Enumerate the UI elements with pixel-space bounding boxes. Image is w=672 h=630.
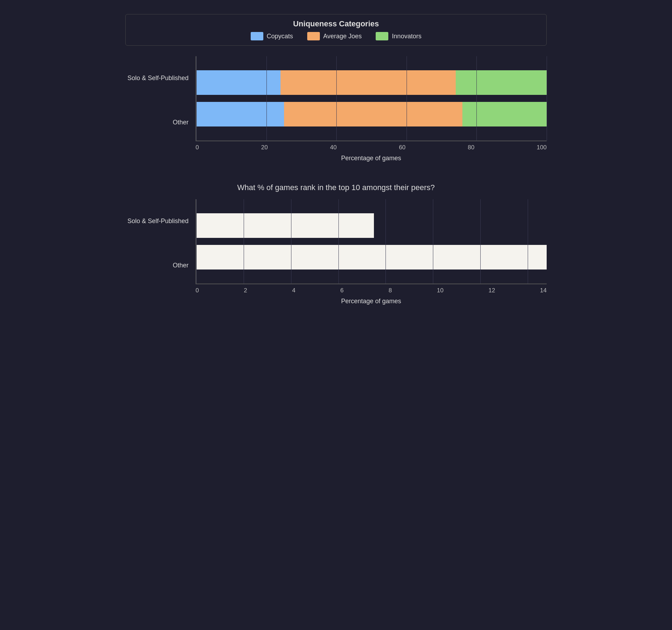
legend-swatch [251, 32, 263, 40]
bar-row [196, 241, 547, 273]
bar-segment [462, 102, 547, 126]
y-label: Solo & Self-Published [127, 217, 189, 225]
grid-line [547, 56, 547, 141]
chart1-area: Solo & Self-PublishedOther 020406080100 … [125, 56, 547, 162]
y-label: Other [173, 261, 189, 269]
chart2-container: What % of games rank in the top 10 among… [125, 183, 547, 305]
chart1-bars-wrapper [196, 56, 547, 141]
x-tick: 2 [244, 287, 247, 294]
chart1-bars [196, 60, 547, 137]
bar-segment [284, 102, 463, 126]
chart1-x-label: Percentage of games [196, 155, 547, 162]
chart2-x-label: Percentage of games [196, 298, 547, 305]
x-tick: 10 [437, 287, 443, 294]
bar-row [196, 210, 547, 241]
x-tick: 12 [488, 287, 495, 294]
x-tick: 4 [292, 287, 295, 294]
legend-label: Copycats [267, 33, 293, 40]
x-tick: 40 [330, 144, 337, 151]
x-tick: 8 [389, 287, 392, 294]
legend-item: Average Joes [307, 32, 362, 40]
legend-swatch [307, 32, 320, 40]
stacked-bar [196, 70, 547, 95]
bar-segment [456, 70, 547, 95]
x-tick: 20 [261, 144, 268, 151]
legend-title: Uniqueness Categories [293, 19, 379, 28]
x-tick: 60 [399, 144, 406, 151]
bar-segment [281, 70, 456, 95]
chart2-title: What % of games rank in the top 10 among… [125, 183, 547, 192]
x-tick: 0 [196, 144, 199, 151]
chart2-bars [196, 203, 547, 280]
chart1-legend: Uniqueness Categories Copycats Average J… [125, 14, 547, 46]
chart1-plot: 020406080100 Percentage of games [196, 56, 547, 162]
legend-item: Copycats [251, 32, 293, 40]
chart2-y-labels: Solo & Self-PublishedOther [125, 199, 196, 305]
chart2-plot: 02468101214 Percentage of games [196, 199, 547, 305]
stacked-bar [196, 213, 547, 238]
y-label: Other [173, 118, 189, 126]
chart2-area: Solo & Self-PublishedOther 02468101214 P… [125, 199, 547, 305]
chart1-y-labels: Solo & Self-PublishedOther [125, 56, 196, 162]
chart1-container: Uniqueness Categories Copycats Average J… [125, 14, 547, 162]
bar-segment [196, 102, 284, 126]
legend-swatch [376, 32, 388, 40]
bar-segment-white [196, 213, 374, 238]
stacked-bar [196, 245, 547, 269]
chart2-bars-wrapper [196, 199, 547, 284]
x-tick: 0 [196, 287, 199, 294]
bar-segment [196, 70, 281, 95]
chart1-x-axis: 020406080100 [196, 141, 547, 151]
legend-label: Innovators [392, 33, 421, 40]
stacked-bar [196, 102, 547, 126]
x-tick: 6 [340, 287, 343, 294]
legend-label: Average Joes [323, 33, 362, 40]
bar-row [196, 98, 547, 130]
chart2-x-axis: 02468101214 [196, 284, 547, 294]
y-label: Solo & Self-Published [127, 74, 189, 82]
x-tick: 80 [468, 144, 474, 151]
bar-row [196, 67, 547, 98]
bar-segment-white [196, 245, 547, 269]
x-tick: 14 [540, 287, 547, 294]
legend-items: Copycats Average Joes Innovators [251, 32, 422, 40]
x-tick: 100 [537, 144, 547, 151]
legend-item: Innovators [376, 32, 421, 40]
